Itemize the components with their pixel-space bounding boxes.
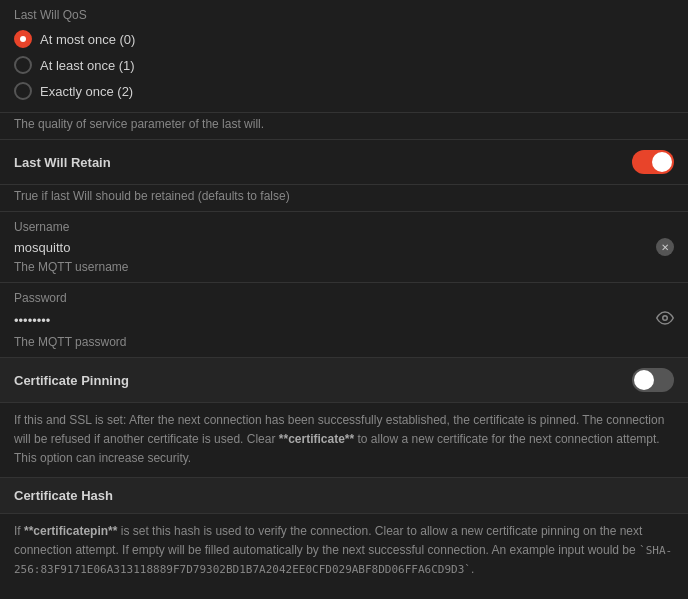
last-will-qos-title: Last Will QoS (14, 8, 674, 22)
radio-label-at-most-once: At most once (0) (40, 32, 135, 47)
password-input[interactable] (14, 313, 656, 328)
certificate-hash-description: If **certificatepin** is set this hash i… (0, 514, 688, 588)
username-input-row: ✕ (14, 238, 674, 256)
username-clear-icon[interactable]: ✕ (656, 238, 674, 256)
toggle-knob-retain (652, 152, 672, 172)
radio-button-exactly-once[interactable] (14, 82, 32, 100)
username-input[interactable] (14, 240, 656, 255)
radio-at-least-once[interactable]: At least once (1) (14, 56, 674, 74)
radio-button-at-most-once[interactable] (14, 30, 32, 48)
last-will-retain-description: True if last Will should be retained (de… (0, 185, 688, 212)
radio-label-exactly-once: Exactly once (2) (40, 84, 133, 99)
radio-at-most-once[interactable]: At most once (0) (14, 30, 674, 48)
password-eye-icon[interactable] (656, 309, 674, 331)
last-will-retain-row: Last Will Retain (0, 140, 688, 185)
password-input-row (14, 309, 674, 331)
certificate-pinning-description: If this and SSL is set: After the next c… (0, 403, 688, 478)
cert-hash-bold-1: **certificatepin** (24, 524, 117, 538)
certificate-pinning-title: Certificate Pinning (14, 373, 129, 388)
toggle-knob-cert (634, 370, 654, 390)
certificate-hash-title: Certificate Hash (14, 488, 113, 503)
certificate-hash-section: Certificate Hash (0, 478, 688, 514)
password-label: Password (14, 291, 674, 305)
svg-point-0 (663, 316, 668, 321)
last-will-retain-title: Last Will Retain (14, 155, 111, 170)
radio-label-at-least-once: At least once (1) (40, 58, 135, 73)
username-label: Username (14, 220, 674, 234)
certificate-pinning-row: Certificate Pinning (0, 358, 688, 403)
username-description: The MQTT username (14, 260, 674, 274)
cert-hash-example: `SHA-256:83F9171E06A313118889F7D79302BD1… (14, 544, 672, 576)
radio-button-at-least-once[interactable] (14, 56, 32, 74)
radio-exactly-once[interactable]: Exactly once (2) (14, 82, 674, 100)
certificate-pinning-toggle[interactable] (632, 368, 674, 392)
password-section: Password The MQTT password (0, 283, 688, 358)
cert-bold-1: **certificate** (279, 432, 354, 446)
last-will-qos-section: Last Will QoS At most once (0) At least … (0, 0, 688, 113)
username-section: Username ✕ The MQTT username (0, 212, 688, 283)
password-description: The MQTT password (14, 335, 674, 349)
qos-description: The quality of service parameter of the … (0, 113, 688, 140)
last-will-retain-toggle[interactable] (632, 150, 674, 174)
